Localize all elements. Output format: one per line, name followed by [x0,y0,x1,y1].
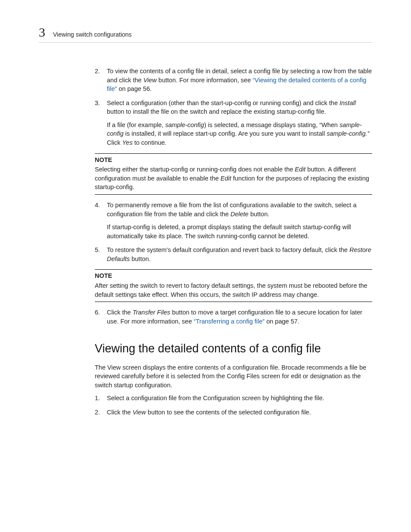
step-subtext: If a file (for example, sample-config) i… [107,121,372,147]
xref-link[interactable]: “Transferring a config file” [193,318,265,325]
step-text: To permanently remove a file from the li… [107,202,356,218]
chapter-number: 3 [39,25,45,40]
step-item: 3. Select a configuration (other than th… [95,99,372,147]
step-text: To view the contents of a config file in… [107,68,372,92]
step-list-b: 4. To permanently remove a file from the… [95,201,372,263]
step-number: 1. [95,394,100,403]
note-text: After setting the switch to revert to fa… [95,281,372,299]
section-heading: Viewing the detailed contents of a confi… [95,340,372,357]
chapter-title: Viewing switch configurations [53,31,132,38]
step-text: Select a configuration (other than the s… [107,100,356,115]
body-content: 2. To view the contents of a config file… [95,67,372,417]
step-item: 2. To view the contents of a config file… [95,67,372,93]
step-number: 3. [95,99,100,108]
step-item: 1. Select a configuration file from the … [95,394,372,403]
step-item: 4. To permanently remove a file from the… [95,201,372,240]
step-number: 5. [95,246,100,255]
step-text: Click the View button to see the content… [107,409,311,416]
page-header: 3 Viewing switch configurations [39,25,372,43]
step-text: Click the Transfer Files button to move … [107,309,362,325]
note-text: Selecting either the startup-config or r… [95,165,372,192]
step-list-a: 2. To view the contents of a config file… [95,67,372,147]
step-number: 2. [95,408,100,417]
note-block: NOTE After setting the switch to revert … [95,269,372,302]
step-text: Select a configuration file from the Con… [107,395,324,401]
step-number: 4. [95,201,100,210]
step-item: 6. Click the Transfer Files button to mo… [95,308,372,326]
section-intro: The View screen displays the entire cont… [95,363,372,390]
step-item: 2. Click the View button to see the cont… [95,408,372,417]
page: 3 Viewing switch configurations 2. To vi… [0,0,411,532]
step-number: 2. [95,67,100,76]
note-block: NOTE Selecting either the startup-config… [95,153,372,195]
step-item: 5. To restore the system's default confi… [95,246,372,263]
step-list-c: 6. Click the Transfer Files button to mo… [95,308,372,326]
section-step-list: 1. Select a configuration file from the … [95,394,372,417]
step-text: To restore the system's default configur… [107,246,371,262]
note-label: NOTE [95,271,372,280]
step-number: 6. [95,308,100,317]
step-subtext: If startup-config is deleted, a prompt d… [107,223,372,240]
note-label: NOTE [95,156,372,165]
